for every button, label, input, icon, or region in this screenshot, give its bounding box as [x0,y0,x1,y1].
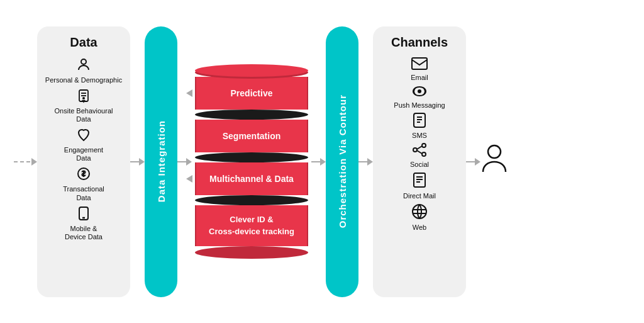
arrow-left-multichannel [186,175,192,183]
svg-point-10 [418,89,421,93]
channel-email: Email [411,57,428,81]
channels-panel: Channels Email Push Messaging SMS Social [373,26,466,297]
data-item-transactional: TransactionalData [63,166,104,201]
transactional-label: TransactionalData [63,185,104,201]
heart-icon [76,127,91,145]
social-label: Social [410,161,429,168]
arrow-to-orchestration [311,158,326,166]
dollar-icon [76,166,91,184]
arrow-left-predictive [186,89,192,97]
mobile-icon [77,206,90,224]
svg-point-27 [488,145,501,158]
sms-icon [413,113,426,130]
seg-predictive-label: Predictive [195,77,308,110]
push-icon [411,85,428,100]
svg-point-17 [413,148,417,152]
diagram-container: Data Personal & Demographic Onsite Behav… [14,11,630,313]
seg-multichannel: Multichannel & Data [195,162,308,195]
svg-line-18 [417,150,422,154]
web-label: Web [413,224,426,231]
web-icon [411,203,428,222]
svg-point-4 [82,97,85,99]
data-item-engagement: EngagementData [64,127,103,162]
svg-point-16 [422,152,426,156]
personal-label: Personal & Demographic [45,76,122,84]
data-item-mobile: Mobile &Device Data [65,206,103,241]
channel-push: Push Messaging [394,85,445,109]
divider-2 [195,152,308,162]
data-panel: Data Personal & Demographic Onsite Behav… [37,26,130,297]
svg-line-19 [417,146,422,149]
seg-segmentation: Segmentation [195,120,308,152]
seg-segmentation-label: Segmentation [195,120,308,152]
channels-panel-title: Channels [391,35,448,50]
directmail-label: Direct Mail [403,192,436,200]
divider-3 [195,195,308,205]
svg-point-24 [413,205,426,218]
channel-directmail: Direct Mail [403,172,436,200]
database-container: Predictive Segmentation Multichannel & D… [192,64,311,258]
cyl-top-cap [195,64,308,77]
svg-point-15 [422,144,426,147]
channel-social: Social [410,143,429,168]
left-input-arrow [14,158,37,166]
social-icon [411,143,428,159]
engagement-label: EngagementData [64,146,103,162]
svg-rect-8 [412,58,427,69]
channel-sms: SMS [412,113,427,139]
end-user-icon [480,143,508,180]
data-item-personal: Personal & Demographic [45,57,122,84]
svg-point-0 [81,59,86,64]
arrow-to-database [177,158,192,166]
email-icon [411,57,428,72]
orchestration-pill: Orchestration Via Contour [326,26,358,297]
cyl-bottom-cap [195,246,308,259]
orchestration-label: Orchestration Via Contour [337,94,348,228]
channel-web: Web [411,203,428,231]
directmail-icon [413,172,426,191]
seg-cleverid-label: Clever ID &Cross-device tracking [195,205,308,246]
data-panel-title: Data [70,35,97,50]
integration-label: Data Integration [156,120,167,202]
seg-predictive: Predictive [195,77,308,110]
data-item-onsite: Onsite BehaviouralData [55,88,113,123]
person-icon [76,57,91,75]
data-integration-pill: Data Integration [145,26,177,297]
arrow-to-person [466,158,480,166]
push-label: Push Messaging [394,101,445,109]
arrow-to-channels [358,158,373,166]
sms-label: SMS [412,132,427,139]
seg-cleverid: Clever ID &Cross-device tracking [195,205,308,246]
mobile-label: Mobile &Device Data [65,225,103,241]
divider-1 [195,110,308,120]
arrow-to-integration [130,158,145,166]
onsite-label: Onsite BehaviouralData [55,107,113,123]
email-label: Email [411,74,428,81]
cursor-icon [76,88,91,106]
seg-multichannel-label: Multichannel & Data [195,162,308,195]
